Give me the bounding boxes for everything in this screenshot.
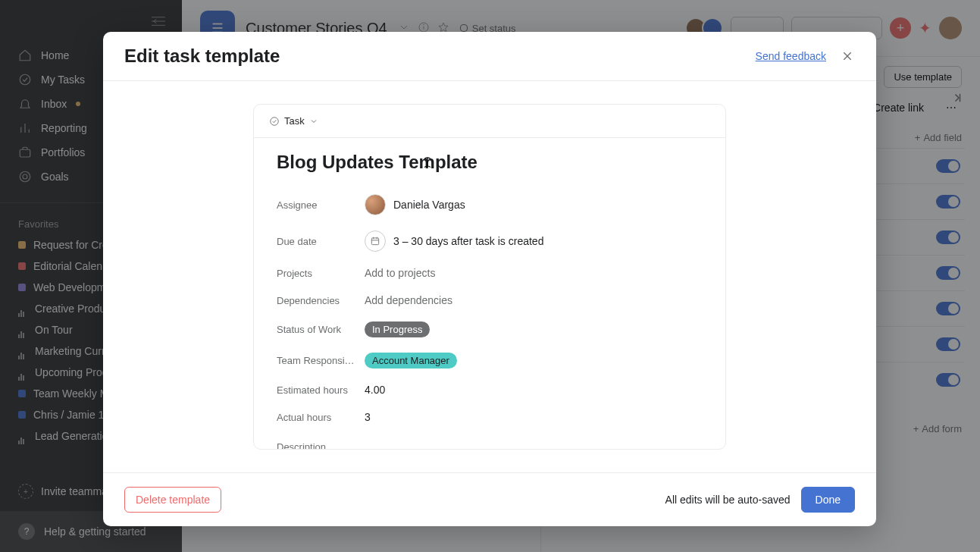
autosave-hint: All edits will be auto-saved	[665, 494, 791, 506]
due-date-label: Due date	[277, 236, 365, 247]
svg-rect-21	[371, 238, 378, 245]
estimated-hours-field[interactable]: Estimated hours 4.00	[277, 376, 703, 403]
status-pill: In Progress	[365, 321, 430, 337]
projects-value: Add to projects	[365, 267, 435, 279]
calendar-icon	[365, 231, 386, 252]
delete-template-button[interactable]: Delete template	[124, 487, 221, 513]
template-card: Task Blog Updates Template Assignee Dani…	[253, 104, 726, 450]
due-date-value: 3 – 30 days after task is created	[393, 235, 543, 247]
send-feedback-link[interactable]: Send feedback	[756, 50, 826, 62]
est-hours-value: 4.00	[365, 384, 385, 396]
check-circle-icon	[269, 116, 280, 127]
modal-footer: Delete template All edits will be auto-s…	[103, 472, 876, 526]
projects-field[interactable]: Projects Add to projects	[277, 259, 703, 287]
est-hours-label: Estimated hours	[277, 384, 365, 396]
actual-hours-label: Actual hours	[277, 412, 365, 423]
assignee-field[interactable]: Assignee Daniela Vargas	[277, 187, 703, 223]
actual-hours-value: 3	[365, 411, 371, 423]
status-of-work-field[interactable]: Status of Work In Progress	[277, 314, 703, 345]
modal-body: Task Blog Updates Template Assignee Dani…	[103, 81, 876, 472]
actual-hours-field[interactable]: Actual hours 3	[277, 403, 703, 431]
chevron-down-icon	[309, 117, 318, 126]
due-date-field[interactable]: Due date 3 – 30 days after task is creat…	[277, 223, 703, 259]
template-title[interactable]: Blog Updates Template	[277, 152, 703, 173]
send-feedback-label: Send feedback	[756, 50, 826, 62]
modal-header: Edit task template Send feedback	[103, 32, 876, 81]
done-label: Done	[816, 494, 841, 506]
close-icon[interactable]	[840, 49, 855, 64]
modal-title: Edit task template	[124, 45, 280, 67]
edit-task-template-modal: Edit task template Send feedback Task Bl…	[103, 32, 876, 526]
assignee-avatar	[365, 194, 386, 215]
dependencies-value: Add dependencies	[365, 294, 452, 306]
projects-label: Projects	[277, 268, 365, 279]
task-type-label: Task	[284, 115, 305, 127]
assignee-value: Daniela Vargas	[393, 199, 465, 211]
svg-point-20	[271, 117, 279, 125]
task-type-dropdown[interactable]: Task	[254, 105, 725, 138]
team-responsible-field[interactable]: Team Responsi… Account Manager	[277, 345, 703, 376]
assignee-label: Assignee	[277, 199, 365, 211]
dependencies-field[interactable]: Dependencies Add dependencies	[277, 287, 703, 314]
delete-template-label: Delete template	[136, 494, 210, 506]
description-label: Description	[277, 441, 703, 449]
team-pill: Account Manager	[365, 353, 457, 369]
done-button[interactable]: Done	[801, 487, 855, 513]
status-label: Status of Work	[277, 324, 365, 335]
team-label: Team Responsi…	[277, 355, 365, 366]
dependencies-label: Dependencies	[277, 295, 365, 306]
